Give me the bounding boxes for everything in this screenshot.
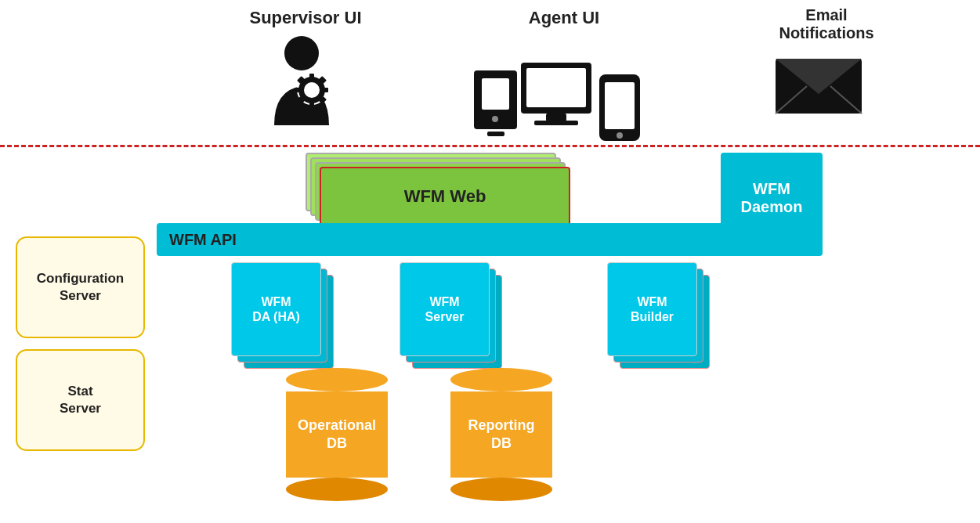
diagram-container: Supervisor UI Agent UI EmailNotification… — [0, 0, 980, 523]
configuration-server-box: ConfigurationServer — [16, 236, 145, 338]
svg-rect-16 — [526, 68, 586, 107]
email-notifications-label: EmailNotifications — [764, 6, 889, 42]
wfm-server-label: WFMServer — [400, 262, 490, 356]
wfm-api-bar: WFM API — [157, 223, 823, 256]
svg-point-21 — [617, 132, 623, 139]
reporting-db-label: ReportingDB — [450, 391, 552, 478]
reporting-db: ReportingDB — [450, 368, 552, 501]
svg-point-0 — [284, 36, 319, 70]
svg-point-2 — [304, 82, 320, 98]
wfm-builder-label: WFMBuilder — [607, 262, 697, 356]
operational-db-label: OperationalDB — [286, 391, 388, 478]
cylinder-top-reporting — [450, 368, 552, 391]
stat-server-box: StatServer — [16, 349, 145, 451]
cylinder-bottom-reporting — [450, 478, 552, 501]
agent-ui-icon — [470, 39, 650, 152]
cylinder-bottom-operational — [286, 478, 388, 501]
svg-rect-14 — [487, 132, 504, 136]
supervisor-ui-icon — [259, 31, 360, 144]
email-icon — [772, 43, 866, 124]
svg-rect-20 — [605, 82, 635, 129]
supervisor-ui-label: Supervisor UI — [227, 8, 384, 28]
cylinder-top-operational — [286, 368, 388, 391]
wfm-da-ha-label: WFMDA (HA) — [231, 262, 321, 356]
svg-rect-17 — [546, 114, 566, 121]
svg-rect-4 — [309, 100, 314, 106]
divider-line — [0, 145, 980, 147]
svg-point-13 — [492, 116, 498, 122]
svg-rect-18 — [534, 121, 578, 125]
agent-ui-label: Agent UI — [501, 8, 627, 28]
svg-rect-6 — [295, 88, 302, 92]
wfm-web-label: WFM Web — [320, 167, 570, 225]
operational-db: OperationalDB — [286, 368, 388, 501]
svg-rect-3 — [309, 74, 314, 80]
svg-rect-12 — [482, 78, 509, 110]
svg-rect-5 — [322, 88, 328, 92]
